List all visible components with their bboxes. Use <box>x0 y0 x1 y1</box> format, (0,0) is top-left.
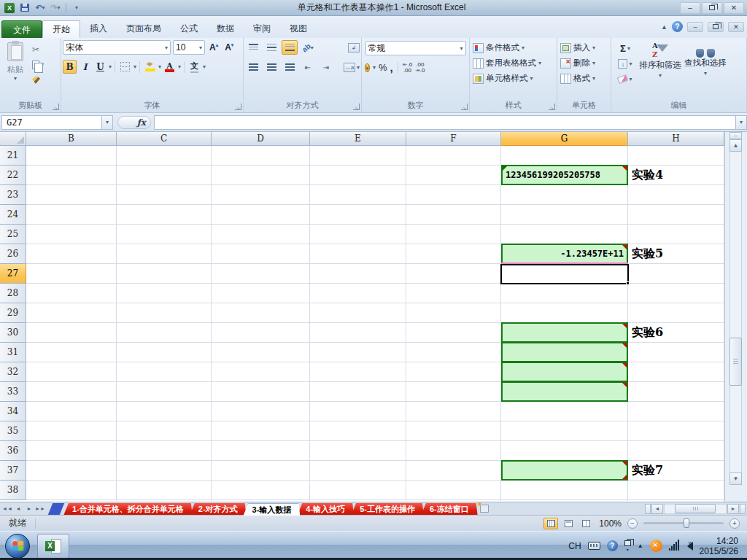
fill-button[interactable]: ↓▾ <box>613 57 638 70</box>
column-header-G[interactable]: G <box>501 132 628 146</box>
start-button[interactable] <box>5 534 30 559</box>
row-header-38[interactable]: 38 <box>0 481 26 500</box>
row-header-24[interactable]: 24 <box>0 205 26 225</box>
align-right-button[interactable] <box>282 60 298 74</box>
row-header-32[interactable]: 32 <box>0 362 26 382</box>
cut-button[interactable]: ✂ <box>29 43 58 55</box>
tray-clock[interactable]: 14:20 2015/5/26 <box>700 536 741 556</box>
next-sheet-button[interactable]: ► <box>24 504 34 514</box>
help-button[interactable]: ? <box>672 21 683 32</box>
zoom-out-button[interactable]: − <box>627 518 638 529</box>
tab-page-layout[interactable]: 页面布局 <box>117 20 171 38</box>
vertical-scroll-thumb[interactable] <box>729 338 742 386</box>
delete-cells-button[interactable]: 删除▾ <box>559 55 609 71</box>
customize-qat-button[interactable]: ▾ <box>70 2 83 14</box>
row-header-30[interactable]: 30 <box>0 323 26 343</box>
autosum-button[interactable]: Σ▾ <box>613 42 638 55</box>
zoom-slider-thumb[interactable] <box>684 518 689 528</box>
format-painter-button[interactable] <box>29 74 58 86</box>
column-header-H[interactable]: H <box>628 132 724 146</box>
volume-icon[interactable] <box>687 542 693 551</box>
paste-button[interactable]: 粘贴 ▾ <box>1 40 29 93</box>
cell-styles-button[interactable]: 单元格样式▾ <box>471 71 555 86</box>
prev-sheet-button[interactable]: ◄ <box>13 504 23 514</box>
column-header-C[interactable]: C <box>117 132 212 146</box>
horizontal-split-handle-2[interactable] <box>740 504 746 514</box>
row-header-27[interactable]: 27 <box>0 264 26 284</box>
minimize-button[interactable]: ‒ <box>680 2 700 14</box>
format-as-table-button[interactable]: 套用表格格式▾ <box>471 55 555 71</box>
horizontal-scroll-thumb[interactable] <box>675 504 716 513</box>
tab-home[interactable]: 开始 <box>42 20 80 38</box>
row-header-36[interactable]: 36 <box>0 441 26 461</box>
name-box[interactable]: G27 <box>1 115 102 130</box>
last-sheet-button[interactable]: ►► <box>35 504 45 514</box>
decrease-indent-button[interactable]: ⇤ <box>300 60 316 74</box>
borders-button[interactable] <box>118 60 132 74</box>
name-box-dropdown[interactable]: ▾ <box>102 115 113 130</box>
row-header-31[interactable]: 31 <box>0 343 26 362</box>
zoom-in-button[interactable]: + <box>729 518 740 529</box>
italic-button[interactable]: I <box>78 60 92 74</box>
alignment-dialog-launcher[interactable] <box>353 104 360 110</box>
styles-dialog-launcher[interactable] <box>549 104 555 110</box>
comma-style-button[interactable]: , <box>390 61 393 74</box>
expand-formula-bar-button[interactable]: ▾ <box>735 115 747 130</box>
keyboard-icon[interactable] <box>588 542 600 550</box>
workbook-close-button[interactable]: ✕ <box>728 22 744 32</box>
collapse-ribbon-button[interactable]: ▲ <box>661 23 667 31</box>
align-center-button[interactable] <box>263 60 279 74</box>
align-left-button[interactable] <box>245 60 261 74</box>
excel-app-icon[interactable]: X <box>3 2 16 14</box>
zoom-slider-track[interactable] <box>643 522 724 524</box>
sheet-tab-2[interactable]: 2-对齐方式 <box>190 503 247 516</box>
row-header-23[interactable]: 23 <box>0 185 26 205</box>
page-break-view-button[interactable] <box>578 518 593 529</box>
tray-help-icon[interactable]: ? <box>607 540 618 551</box>
scroll-down-button[interactable]: ▼ <box>729 472 742 485</box>
first-sheet-button[interactable]: ◄◄ <box>2 504 12 514</box>
fill-color-button[interactable] <box>143 60 157 74</box>
cell-G32[interactable] <box>501 362 628 382</box>
security-alert-icon[interactable] <box>650 540 662 552</box>
decrease-decimal-button[interactable]: .00↠.0 <box>415 62 425 74</box>
font-size-select[interactable]: 10▾ <box>173 40 205 55</box>
close-button[interactable]: ✕ <box>724 2 744 14</box>
restore-button[interactable] <box>702 2 722 14</box>
formula-input[interactable] <box>154 115 735 130</box>
normal-view-button[interactable] <box>543 518 558 529</box>
row-header-29[interactable]: 29 <box>0 303 26 323</box>
top-align-button[interactable] <box>245 40 261 55</box>
scroll-right-button[interactable]: ► <box>727 504 739 514</box>
clipboard-dialog-launcher[interactable] <box>53 104 59 110</box>
select-all-corner[interactable] <box>0 132 26 146</box>
wrap-text-icon[interactable]: ↲ <box>348 43 360 52</box>
percent-style-button[interactable]: % <box>379 62 387 73</box>
phonetic-guide-button[interactable]: 文 <box>187 60 201 74</box>
row-header-35[interactable]: 35 <box>0 421 26 441</box>
row-header-33[interactable]: 33 <box>0 382 26 402</box>
grow-font-button[interactable]: A▴ <box>207 42 220 52</box>
insert-function-button[interactable]: ƒx <box>117 116 151 129</box>
column-header-B[interactable]: B <box>26 132 117 146</box>
number-format-select[interactable]: 常规▾ <box>365 41 466 55</box>
middle-align-button[interactable] <box>263 40 279 55</box>
scroll-left-button[interactable]: ◄ <box>651 504 663 514</box>
accounting-format-button[interactable]: ¥ <box>365 62 370 73</box>
vertical-split-handle[interactable]: ─ <box>729 132 742 139</box>
clear-button[interactable]: ▾ <box>613 72 638 85</box>
number-dialog-launcher[interactable] <box>461 104 468 110</box>
font-dialog-launcher[interactable] <box>235 104 241 110</box>
sheet-tab-5[interactable]: 5-工作表的操作 <box>351 503 424 516</box>
cell-G30[interactable] <box>501 322 628 343</box>
font-color-button[interactable]: A <box>163 60 177 74</box>
row-header-37[interactable]: 37 <box>0 461 26 481</box>
sheet-tab-1[interactable]: 1-合并单元格、拆分合并单元格 <box>63 503 193 516</box>
vertical-scrollbar[interactable]: ─ ▲ ▼ <box>724 132 747 502</box>
horizontal-scroll-track[interactable] <box>664 504 727 514</box>
cell-G37[interactable] <box>501 460 628 481</box>
vertical-scroll-track[interactable] <box>729 152 742 472</box>
column-header-F[interactable]: F <box>406 132 501 146</box>
active-cell-G27[interactable] <box>500 264 629 284</box>
increase-decimal-button[interactable]: ↞.0.00 <box>403 62 412 74</box>
